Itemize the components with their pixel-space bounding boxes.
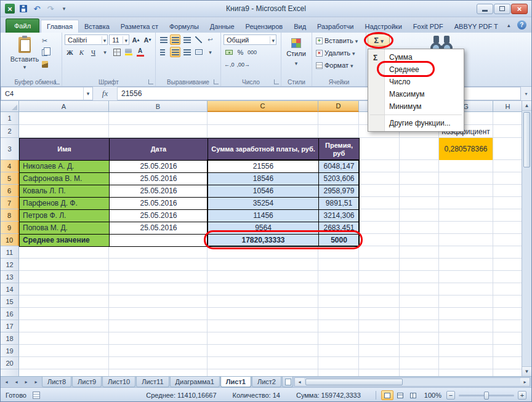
help-icon[interactable] bbox=[517, 20, 526, 30]
ribbon-tab[interactable]: ABBYY PDF T bbox=[449, 20, 504, 33]
cell-bonus[interactable]: 5203,606 bbox=[319, 173, 360, 185]
row-header[interactable]: 7 bbox=[1, 197, 19, 209]
undo-button[interactable] bbox=[31, 3, 42, 14]
normal-view-button[interactable] bbox=[381, 390, 393, 400]
next-sheet-button[interactable]: ▸ bbox=[22, 378, 31, 387]
save-button[interactable] bbox=[18, 3, 29, 14]
underline-button[interactable]: Ч bbox=[88, 47, 99, 57]
cell-empty[interactable] bbox=[110, 235, 208, 247]
ribbon-tab[interactable]: Формулы bbox=[164, 20, 204, 33]
scroll-right-icon[interactable]: ▸ bbox=[520, 378, 530, 386]
cell-salary[interactable]: 9564 bbox=[208, 222, 319, 235]
row-header[interactable]: 19 bbox=[1, 345, 19, 357]
menu-item[interactable]: Среднее bbox=[368, 63, 464, 76]
font-color-button[interactable]: А bbox=[135, 47, 145, 57]
cell-salary[interactable]: 21556 bbox=[208, 161, 319, 173]
cell-name[interactable]: Коваль Л. П. bbox=[20, 185, 110, 198]
percent-button[interactable]: % bbox=[235, 47, 246, 57]
macro-record-icon[interactable] bbox=[33, 392, 40, 399]
row-header[interactable]: 12 bbox=[1, 259, 19, 271]
column-header[interactable]: A bbox=[19, 101, 109, 112]
cell-date[interactable]: 25.05.2016 bbox=[110, 173, 208, 185]
vertical-scrollbar[interactable]: ▲ ▼ bbox=[522, 101, 531, 376]
align-top-button[interactable] bbox=[158, 34, 169, 45]
decrease-decimal-button[interactable]: ,00→ bbox=[236, 59, 251, 70]
wrap-text-button[interactable] bbox=[205, 34, 216, 45]
sheet-tab[interactable]: Лист10 bbox=[102, 377, 135, 387]
ribbon-tab[interactable]: Разработчи bbox=[312, 20, 359, 33]
sheet-tab[interactable]: Лист11 bbox=[136, 377, 169, 387]
cell-name[interactable]: Сафронова В. М. bbox=[20, 173, 110, 185]
row-header[interactable]: 9 bbox=[1, 222, 19, 234]
header-cell-salary[interactable]: Сумма заработной платы, руб. bbox=[208, 139, 319, 161]
merge-dropdown[interactable] bbox=[205, 47, 216, 57]
align-bottom-button[interactable] bbox=[182, 34, 192, 45]
ribbon-tab[interactable]: Главная bbox=[41, 20, 79, 33]
horizontal-scroll-thumb[interactable] bbox=[305, 379, 403, 385]
cell-name[interactable]: Николаев А. Д. bbox=[20, 161, 110, 173]
column-header[interactable]: C bbox=[208, 101, 318, 112]
alignment-dialog-launcher[interactable] bbox=[214, 79, 219, 84]
sheet-tab[interactable]: Лист9 bbox=[72, 377, 102, 387]
fill-color-button[interactable] bbox=[123, 47, 134, 57]
clipboard-dialog-launcher[interactable] bbox=[55, 79, 60, 84]
header-cell-date[interactable]: Дата bbox=[110, 139, 208, 161]
cell-date[interactable]: 25.05.2016 bbox=[110, 210, 208, 222]
number-format-combo[interactable]: Общий bbox=[224, 34, 276, 45]
ribbon-tab[interactable]: Надстройки bbox=[359, 20, 407, 33]
select-all-corner[interactable] bbox=[1, 101, 19, 112]
ribbon-tab[interactable]: Рецензиров bbox=[240, 20, 289, 33]
qat-customize-button[interactable] bbox=[58, 3, 70, 14]
row-header[interactable]: 8 bbox=[1, 209, 19, 222]
copy-button[interactable] bbox=[39, 47, 50, 58]
row-header[interactable]: 1 bbox=[1, 112, 19, 125]
cell-date[interactable]: 25.05.2016 bbox=[110, 185, 208, 198]
cell-date[interactable]: 25.05.2016 bbox=[110, 222, 208, 235]
column-header[interactable]: B bbox=[109, 101, 208, 112]
cell-salary[interactable]: 18546 bbox=[208, 173, 319, 185]
cell-average-salary[interactable]: 17820,33333 bbox=[208, 235, 319, 247]
page-break-view-button[interactable] bbox=[407, 390, 419, 400]
font-size-combo[interactable]: 11 bbox=[109, 34, 129, 45]
redo-button[interactable] bbox=[45, 3, 56, 14]
paste-button[interactable]: Вставить bbox=[12, 34, 38, 75]
cell-average-bonus[interactable]: 5000 bbox=[319, 235, 360, 247]
menu-item[interactable]: Сумма bbox=[368, 51, 464, 63]
shrink-font-button[interactable] bbox=[142, 34, 153, 45]
font-dialog-launcher[interactable] bbox=[148, 79, 153, 84]
column-header[interactable]: D bbox=[318, 101, 359, 112]
borders-button[interactable] bbox=[111, 47, 122, 57]
bold-button[interactable]: Ж bbox=[65, 47, 75, 57]
cut-button[interactable] bbox=[39, 36, 50, 46]
cell-date[interactable]: 25.05.2016 bbox=[110, 161, 208, 173]
ribbon-tab[interactable]: Вставка bbox=[79, 20, 115, 33]
comma-style-button[interactable]: 000 bbox=[247, 47, 257, 57]
sheet-tab[interactable]: Лист8 bbox=[42, 377, 71, 387]
cell-name[interactable]: Парфенов Д. Ф. bbox=[20, 198, 110, 210]
cell-coefficient-value[interactable]: 0,280578366 bbox=[439, 138, 493, 160]
font-name-combo[interactable]: Calibri bbox=[65, 34, 108, 45]
row-header[interactable]: 17 bbox=[1, 320, 19, 332]
prev-sheet-button[interactable]: ◂ bbox=[12, 378, 21, 387]
cell-average-label[interactable]: Среднее значение bbox=[20, 235, 110, 247]
cell-date[interactable]: 25.05.2016 bbox=[110, 198, 208, 210]
menu-item-more-functions[interactable]: Другие функции... bbox=[368, 117, 464, 129]
scroll-left-icon[interactable]: ◂ bbox=[295, 378, 304, 386]
cell-bonus[interactable]: 2683,451 bbox=[319, 222, 360, 235]
row-header[interactable]: 13 bbox=[1, 271, 19, 283]
format-painter-button[interactable] bbox=[39, 59, 50, 70]
cell-bonus[interactable]: 2958,979 bbox=[319, 185, 360, 198]
zoom-level[interactable]: 100% bbox=[424, 392, 441, 399]
workbook-minimize-button[interactable] bbox=[530, 20, 532, 30]
row-header[interactable]: 20 bbox=[1, 357, 19, 369]
number-dialog-launcher[interactable] bbox=[274, 79, 279, 84]
minimize-button[interactable] bbox=[477, 4, 493, 14]
zoom-in-button[interactable]: + bbox=[518, 391, 526, 400]
cell-styles-button[interactable]: Стили bbox=[284, 34, 308, 75]
zoom-slider-thumb[interactable] bbox=[484, 392, 489, 400]
cell-bonus[interactable]: 9891,51 bbox=[319, 198, 360, 210]
menu-item[interactable]: Минимум bbox=[368, 100, 464, 113]
ribbon-tab[interactable]: Вид bbox=[288, 20, 312, 33]
vertical-scroll-thumb[interactable] bbox=[523, 112, 530, 167]
merge-center-button[interactable] bbox=[193, 47, 204, 57]
